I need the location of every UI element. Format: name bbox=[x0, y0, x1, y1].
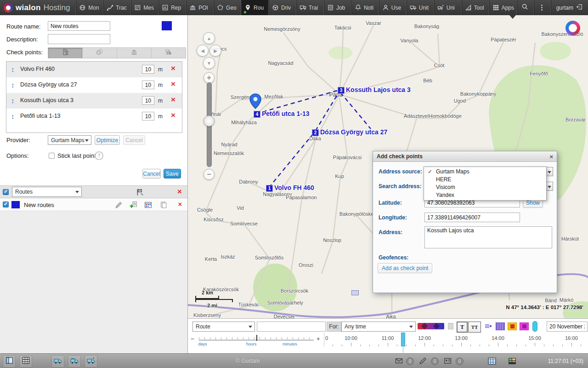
layout-toggle-button[interactable] bbox=[3, 355, 16, 368]
timeline-mode-select[interactable]: Route bbox=[192, 322, 255, 332]
ruler-zoom-in-button[interactable]: + bbox=[317, 335, 320, 342]
longitude-input[interactable] bbox=[424, 213, 520, 222]
delete-checkpoint-button[interactable]: × bbox=[171, 111, 175, 119]
nav-item-poi[interactable]: POI bbox=[186, 0, 213, 15]
pan-left-button[interactable]: ◀ bbox=[197, 45, 209, 57]
grey-toggle-button[interactable] bbox=[448, 323, 453, 329]
routes-visibility-checkbox[interactable] bbox=[3, 189, 9, 195]
nav-item-uni[interactable]: Uni bbox=[434, 0, 461, 15]
copy-route-icon[interactable] bbox=[160, 201, 168, 209]
delete-checkpoint-button[interactable]: × bbox=[171, 80, 175, 88]
route-list-item[interactable]: New routes × bbox=[0, 198, 187, 211]
map-provider-logo[interactable] bbox=[565, 21, 580, 35]
nav-item-trac[interactable]: Trac bbox=[103, 0, 130, 15]
ruler-zoom-out-button[interactable]: − bbox=[191, 335, 194, 342]
nav-item-trai[interactable]: Trai bbox=[296, 0, 323, 15]
zoom-scale-label[interactable]: minutes bbox=[283, 342, 297, 346]
add-as-check-point-button[interactable]: Add as check point bbox=[378, 263, 432, 273]
radius-input[interactable] bbox=[142, 65, 154, 74]
delete-route-button[interactable]: × bbox=[178, 201, 182, 208]
checkpoint-row[interactable]: ↕Petőfi utca 1-13m× bbox=[6, 109, 182, 124]
cancel-button[interactable]: Cancel bbox=[142, 169, 161, 178]
nav-item-driv[interactable]: Driv bbox=[268, 0, 296, 15]
wialon-logo[interactable]: wialonHosting bbox=[0, 0, 75, 15]
provider-select[interactable]: Gurtam Maps bbox=[48, 135, 91, 145]
close-icon[interactable]: × bbox=[549, 153, 553, 160]
source-option-gurtam-maps[interactable]: ✓Gurtam Maps bbox=[424, 168, 546, 176]
markers-mini-icon[interactable] bbox=[485, 323, 492, 331]
checkpoint-row[interactable]: ↕Dózsa György utca 27m× bbox=[6, 77, 182, 93]
checkpoint-row[interactable]: ↕Kossuth Lajos utca 3m× bbox=[6, 93, 182, 109]
stick-last-point-checkbox[interactable] bbox=[49, 153, 55, 159]
map-pin-icon[interactable] bbox=[249, 93, 261, 109]
edit-route-icon[interactable] bbox=[115, 201, 123, 209]
address-source-button[interactable] bbox=[48, 48, 83, 58]
grid-toggle-button[interactable] bbox=[19, 355, 32, 368]
create-route-icon[interactable] bbox=[136, 188, 144, 196]
radius-input[interactable] bbox=[142, 96, 154, 105]
route-point-marker[interactable]: 3 bbox=[338, 87, 345, 94]
source-option-here[interactable]: HERE bbox=[424, 176, 546, 184]
nav-item-geo[interactable]: Geo bbox=[213, 0, 241, 15]
nav-item-tool[interactable]: Tool bbox=[461, 0, 489, 15]
nav-item-mes[interactable]: Mes bbox=[130, 0, 158, 15]
purple-legend-button[interactable] bbox=[496, 322, 505, 330]
nav-item-rep[interactable]: Rep bbox=[158, 0, 186, 15]
source-option-yandex[interactable]: Yandex bbox=[424, 191, 546, 199]
add-schedule-icon[interactable] bbox=[130, 201, 137, 209]
nav-item-rou[interactable]: Rou bbox=[241, 0, 268, 15]
track-color-gradient[interactable] bbox=[418, 323, 444, 329]
nav-item-use[interactable]: Use bbox=[379, 0, 406, 15]
route-point-marker[interactable]: 1 bbox=[266, 185, 273, 192]
schedule-table-icon[interactable] bbox=[144, 201, 152, 209]
unit-monitor-button-2[interactable] bbox=[68, 355, 81, 368]
address-textarea[interactable]: Kossuth Lajos utca bbox=[424, 226, 552, 248]
help-icon[interactable]: ? bbox=[95, 151, 103, 160]
zoom-scale-label[interactable]: days bbox=[198, 342, 207, 346]
magenta-legend-button[interactable] bbox=[520, 322, 529, 330]
save-button[interactable]: Save bbox=[164, 169, 181, 178]
route-point-marker[interactable]: 2 bbox=[312, 129, 319, 136]
unit-monitor-button-1[interactable] bbox=[51, 355, 64, 368]
search-button[interactable] bbox=[516, 0, 533, 15]
drag-handle-icon[interactable]: ↕ bbox=[11, 65, 15, 73]
drivers-count-icon[interactable] bbox=[444, 357, 452, 365]
yellow-legend-button[interactable] bbox=[508, 322, 517, 330]
radius-input[interactable] bbox=[142, 80, 154, 89]
resource-type-select[interactable]: Routes bbox=[12, 187, 82, 197]
timeline-search-input[interactable] bbox=[257, 322, 326, 332]
geofence-source-button[interactable] bbox=[83, 48, 117, 58]
cyan-marker-button[interactable] bbox=[532, 321, 537, 332]
annotation-t-button[interactable]: T bbox=[457, 322, 468, 333]
nav-item-job[interactable]: Job bbox=[323, 0, 351, 15]
radius-input[interactable] bbox=[142, 112, 154, 121]
annotation-tt-button[interactable]: TT bbox=[468, 322, 481, 333]
current-time-marker[interactable] bbox=[401, 333, 405, 346]
zoom-scale-label[interactable]: hours bbox=[246, 342, 257, 346]
pan-up-button[interactable]: ▲ bbox=[203, 32, 215, 44]
nav-item-mon[interactable]: Mon bbox=[75, 0, 103, 15]
drag-handle-icon[interactable]: ↕ bbox=[11, 97, 15, 104]
zoom-in-button[interactable]: + bbox=[204, 72, 215, 83]
apps-table-green-icon[interactable] bbox=[508, 357, 516, 365]
edits-count-icon[interactable] bbox=[419, 357, 427, 365]
zoom-slider-handle[interactable] bbox=[204, 115, 215, 126]
source-option-visicom[interactable]: Visicom bbox=[424, 184, 546, 191]
zoom-scale-marker[interactable] bbox=[256, 335, 257, 341]
poi-source-button[interactable] bbox=[117, 48, 152, 58]
route-visibility-checkbox[interactable] bbox=[3, 201, 9, 207]
unit-source-button[interactable] bbox=[152, 48, 186, 58]
zoom-out-button[interactable]: − bbox=[204, 169, 215, 180]
menu-collapse-arrow-icon[interactable] bbox=[509, 15, 516, 19]
unit-monitor-button-3[interactable] bbox=[85, 355, 97, 368]
messages-count-icon[interactable] bbox=[395, 357, 403, 365]
drag-handle-icon[interactable]: ↕ bbox=[11, 81, 15, 89]
nav-item-unit[interactable]: Unit bbox=[406, 0, 434, 15]
pan-right-button[interactable]: ▶ bbox=[209, 45, 221, 57]
route-name-input[interactable] bbox=[48, 21, 110, 31]
nav-item-apps[interactable]: Apps bbox=[489, 0, 516, 15]
description-input[interactable] bbox=[48, 34, 110, 44]
apps-table-blue-icon[interactable] bbox=[488, 357, 496, 365]
delete-checkpoint-button[interactable]: × bbox=[171, 96, 175, 104]
more-menu-button[interactable] bbox=[533, 0, 550, 15]
